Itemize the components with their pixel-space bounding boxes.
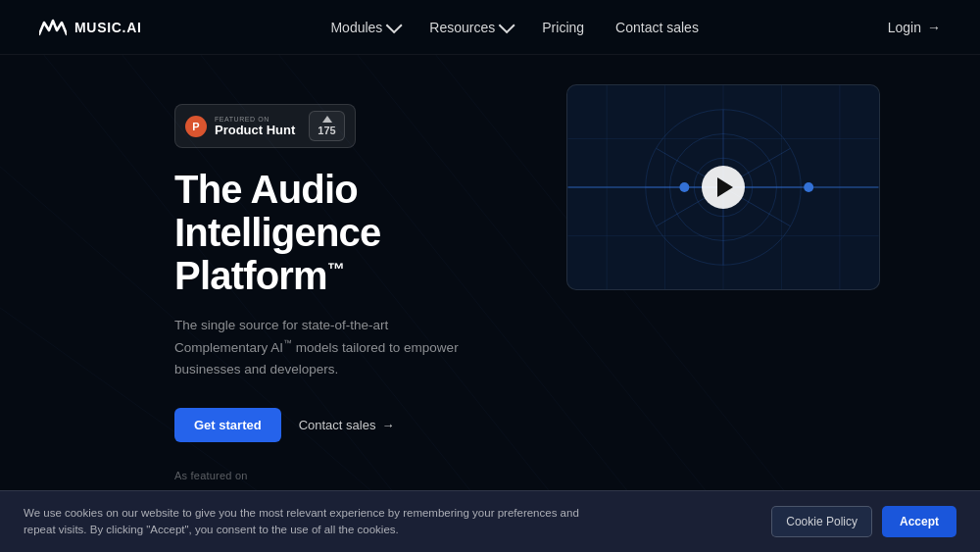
nav-right: Login → — [888, 20, 941, 35]
upvote-badge: 175 — [309, 111, 344, 141]
hero-title: The Audio Intelligence Platform™ — [174, 168, 527, 297]
arrow-right-icon: → — [381, 418, 394, 432]
svg-point-29 — [804, 182, 813, 192]
contact-sales-button[interactable]: Contact sales → — [299, 418, 395, 432]
nav-contact-sales[interactable]: Contact sales — [615, 20, 699, 35]
cta-row: Get started Contact sales → — [174, 408, 527, 442]
chevron-down-icon — [499, 17, 515, 33]
nav-pricing[interactable]: Pricing — [542, 20, 584, 35]
play-icon — [717, 177, 733, 197]
nav-links: Modules Resources Pricing Contact sales — [330, 20, 698, 35]
get-started-button[interactable]: Get started — [174, 408, 281, 442]
accept-button[interactable]: Accept — [882, 506, 956, 537]
hero-subtitle: The single source for state-of-the-art C… — [174, 315, 478, 380]
logo-text: MUSIC.AI — [74, 20, 142, 35]
hero-visual — [566, 84, 941, 290]
arrow-right-icon: → — [927, 20, 941, 35]
cookie-buttons: Cookie Policy Accept — [771, 506, 956, 537]
login-link[interactable]: Login — [888, 20, 921, 35]
upvote-count: 175 — [318, 125, 335, 136]
product-hunt-logo: P — [185, 116, 207, 137]
product-hunt-info: FEATURED ON Product Hunt — [215, 116, 295, 137]
play-button[interactable] — [702, 166, 745, 209]
hero-left: P FEATURED ON Product Hunt 175 The Audio… — [174, 94, 527, 442]
featured-label: As featured on — [174, 470, 941, 481]
navbar: MUSIC.AI Modules Resources Pricing Conta… — [0, 0, 980, 55]
main-content: P FEATURED ON Product Hunt 175 The Audio… — [0, 55, 980, 442]
product-hunt-badge[interactable]: P FEATURED ON Product Hunt 175 — [174, 104, 356, 148]
chevron-down-icon — [386, 17, 403, 33]
featured-on-label: FEATURED ON — [215, 116, 295, 123]
product-hunt-name: Product Hunt — [215, 123, 295, 137]
nav-resources[interactable]: Resources — [429, 20, 511, 35]
logo[interactable]: MUSIC.AI — [39, 17, 142, 38]
svg-point-28 — [679, 182, 689, 192]
video-container[interactable] — [566, 84, 880, 290]
cookie-policy-button[interactable]: Cookie Policy — [771, 506, 872, 537]
cookie-banner: We use cookies on our website to give yo… — [0, 490, 980, 553]
upvote-triangle-icon — [322, 116, 332, 123]
cookie-text: We use cookies on our website to give yo… — [24, 505, 612, 539]
nav-modules[interactable]: Modules — [330, 20, 398, 35]
